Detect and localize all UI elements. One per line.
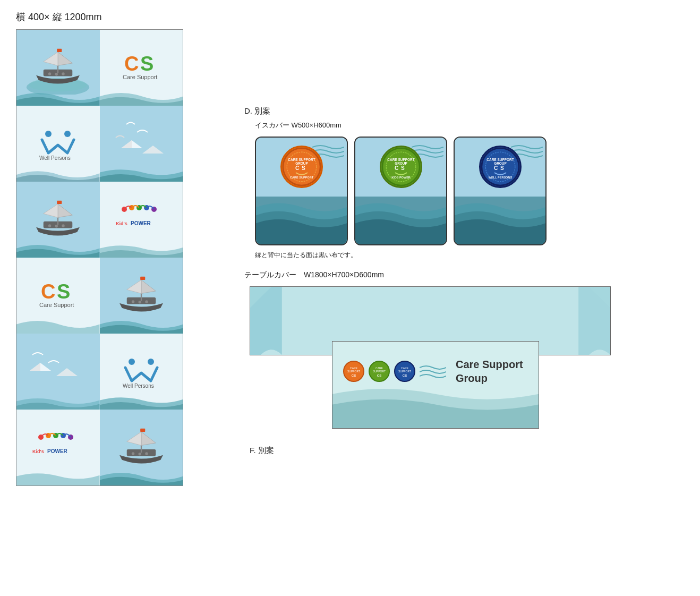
- black-note: 縁と背中に当たる面は黒い布です。: [255, 251, 690, 260]
- banner-panel: C S Care Support: [16, 29, 183, 486]
- banner-cell-kp-1: Kid's POWER: [100, 182, 183, 258]
- svg-point-49: [132, 452, 134, 455]
- wp-logo-2: Well Persons: [120, 354, 163, 389]
- svg-text:CARE SUPPORT: CARE SUPPORT: [486, 158, 514, 161]
- chair-cover-blue: CARE SUPPORT GROUP C S WELL PERSONS: [454, 137, 547, 245]
- banner-cell-ship-2: [16, 182, 100, 258]
- svg-text:CS: CS: [377, 374, 381, 377]
- banner-cell-ship-1: [16, 30, 100, 106]
- svg-point-18: [55, 225, 58, 227]
- table-cover-section: テーブルカバー W1800×H700×D600mm: [244, 270, 690, 440]
- svg-point-12: [64, 131, 71, 137]
- svg-text:Well Persons: Well Persons: [39, 155, 71, 161]
- svg-point-35: [145, 300, 148, 303]
- cs-logo-2: C S Care Support: [37, 276, 79, 315]
- svg-text:CS: CS: [352, 374, 356, 377]
- svg-text:Kid's: Kid's: [32, 449, 44, 454]
- svg-text:KIDS POWER: KIDS POWER: [391, 176, 411, 179]
- svg-text:C: C: [41, 280, 55, 303]
- table-cover-graphic: CARE SUPPORT CS CARE SUPPORT CS CA: [250, 286, 621, 440]
- svg-text:CS: CS: [403, 374, 407, 377]
- chair-cover-orange: CARE SUPPORT GROUP C S CARE SUPPORT: [255, 137, 348, 245]
- svg-rect-32: [140, 276, 145, 279]
- banner-cell-ship-4: [100, 410, 183, 486]
- svg-point-6: [55, 73, 58, 75]
- svg-point-7: [62, 72, 65, 75]
- f-section-title: F. 別案: [250, 446, 690, 456]
- wp-logo-1: Well Persons: [37, 126, 79, 161]
- chair-cover-top-green: CARE SUPPORT GROUP C S KIDS POWER: [355, 138, 446, 197]
- svg-point-37: [148, 359, 154, 365]
- svg-text:WELL PERSONS: WELL PERSONS: [488, 176, 512, 179]
- svg-text:CARE SUPPORT: CARE SUPPORT: [288, 158, 315, 161]
- svg-point-36: [129, 359, 135, 365]
- svg-text:C: C: [124, 53, 139, 75]
- svg-text:S: S: [57, 280, 70, 303]
- badge-green: CARE SUPPORT GROUP C S KIDS POWER: [380, 146, 422, 188]
- table-front-face: CARE SUPPORT CS CARE SUPPORT CS CA: [332, 341, 539, 429]
- kp-logo-1: Kid's POWER: [115, 201, 168, 239]
- svg-text:S: S: [140, 53, 153, 75]
- care-support-group-text: Care Support Group: [456, 357, 523, 385]
- banner-row-5: Well Persons: [16, 334, 183, 410]
- cs-logo-1: C S Care Support: [120, 48, 163, 87]
- svg-text:SUPPORT: SUPPORT: [373, 370, 386, 373]
- chair-cover-green: CARE SUPPORT GROUP C S KIDS POWER: [354, 137, 447, 245]
- banner-cell-cs-2: C S Care Support: [16, 258, 100, 334]
- d-section-title: D. 別案: [244, 106, 690, 116]
- chair-cover-top-orange: CARE SUPPORT GROUP C S CARE SUPPORT: [256, 138, 347, 197]
- svg-text:Kid's: Kid's: [116, 221, 127, 226]
- banner-row-1: C S Care Support: [16, 30, 183, 106]
- front-badges: CARE SUPPORT CS CARE SUPPORT CS CA: [343, 357, 523, 385]
- banner-cell-wp-1: Well Persons: [16, 106, 100, 182]
- table-cover-label: テーブルカバー W1800×H700×D600mm: [244, 270, 690, 280]
- banner-cell-birds-1: [100, 106, 183, 182]
- svg-point-5: [48, 72, 51, 75]
- csg-line2: Group: [456, 372, 488, 384]
- banner-row-4: C S Care Support: [16, 258, 183, 334]
- svg-point-34: [138, 301, 141, 303]
- svg-text:CARE SUPPORT: CARE SUPPORT: [387, 158, 414, 161]
- svg-rect-16: [57, 200, 62, 203]
- svg-text:SUPPORT: SUPPORT: [347, 370, 360, 373]
- csg-line1: Care Support: [456, 359, 523, 370]
- svg-text:C: C: [295, 165, 299, 171]
- svg-text:C: C: [394, 165, 398, 171]
- svg-text:S: S: [401, 165, 405, 171]
- svg-text:C: C: [493, 165, 498, 171]
- svg-text:S: S: [302, 165, 305, 171]
- svg-text:Well Persons: Well Persons: [123, 383, 154, 389]
- banner-cell-kp-2: Kid's POWER: [16, 410, 100, 486]
- chair-cover-bottom-orange: [256, 197, 347, 244]
- dimension-label: 横 400× 縦 1200mm: [16, 11, 684, 23]
- banner-cell-birds-2: [16, 334, 100, 410]
- banner-row-6: Kid's POWER: [16, 410, 183, 486]
- svg-point-50: [138, 453, 141, 455]
- svg-text:S: S: [500, 165, 504, 171]
- page-container: 横 400× 縦 1200mm: [0, 0, 700, 41]
- svg-text:SUPPORT: SUPPORT: [398, 370, 411, 373]
- chair-cover-label: イスカバー W500×H600mm: [255, 121, 690, 130]
- badge-blue: CARE SUPPORT GROUP C S WELL PERSONS: [479, 146, 522, 188]
- svg-point-33: [132, 300, 134, 303]
- svg-text:Care Support: Care Support: [39, 302, 74, 308]
- svg-point-11: [45, 131, 52, 137]
- banner-cell-wp-2: Well Persons: [100, 334, 183, 410]
- chair-covers-container: CARE SUPPORT GROUP C S CARE SUPPORT: [255, 137, 690, 245]
- banner-row-3: Kid's POWER: [16, 182, 183, 258]
- chair-cover-bottom-blue: [455, 197, 545, 244]
- svg-rect-4: [57, 48, 62, 52]
- svg-text:Care Support: Care Support: [123, 74, 157, 80]
- right-section: D. 別案 イスカバー W500×H600mm: [244, 106, 690, 456]
- kp-logo-2: Kid's POWER: [31, 429, 84, 466]
- banner-cell-cs-1: C S Care Support: [100, 30, 183, 106]
- svg-rect-48: [140, 428, 145, 431]
- banner-row-2: Well Persons: [16, 106, 183, 182]
- svg-text:CARE SUPPORT: CARE SUPPORT: [289, 176, 313, 179]
- chair-cover-top-blue: CARE SUPPORT GROUP C S WELL PERSONS: [455, 138, 545, 197]
- svg-point-19: [62, 224, 65, 227]
- svg-point-51: [145, 452, 148, 455]
- banner-cell-ship-3: [100, 258, 183, 334]
- chair-cover-bottom-green: [355, 197, 446, 244]
- svg-point-17: [48, 224, 51, 227]
